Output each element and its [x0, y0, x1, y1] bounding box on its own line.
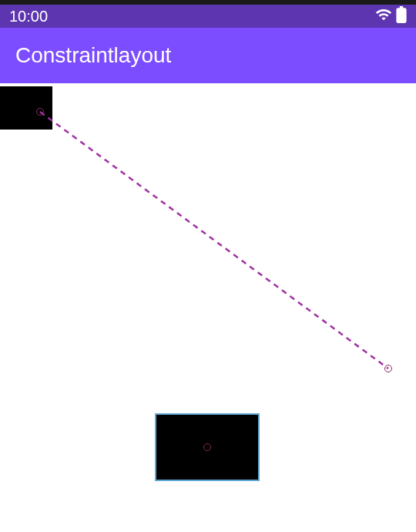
- constraint-handle-end[interactable]: [384, 365, 392, 372]
- view-widget-1[interactable]: [0, 86, 52, 130]
- svg-line-0: [40, 112, 388, 369]
- app-title: Constraintlayout: [15, 43, 171, 68]
- constraint-handle-start[interactable]: [36, 108, 44, 116]
- app-bar: Constraintlayout: [0, 28, 416, 83]
- constraint-handle-center[interactable]: [203, 443, 211, 451]
- wifi-icon: [375, 6, 392, 26]
- status-icons: [375, 6, 407, 26]
- layout-editor-canvas[interactable]: [0, 83, 416, 532]
- status-time: 10:00: [9, 8, 48, 25]
- status-bar: 10:00: [0, 5, 416, 28]
- battery-icon: [396, 6, 407, 26]
